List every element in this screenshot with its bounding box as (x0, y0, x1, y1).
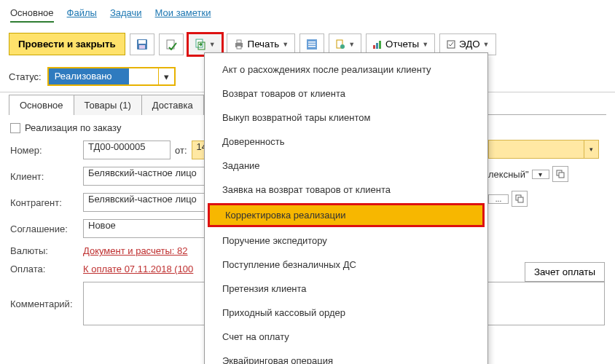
client-right: лексный" ▾ (488, 166, 568, 182)
svg-rect-20 (559, 173, 564, 178)
date-right-part[interactable]: ▾ (488, 140, 599, 159)
nav-files[interactable]: Файлы (67, 7, 97, 23)
svg-rect-15 (373, 45, 375, 49)
create-based-on-button[interactable]: ▼ (188, 33, 222, 55)
list-icon (307, 39, 317, 50)
kontr-right: ... (488, 191, 528, 207)
tab-goods[interactable]: Товары (1) (74, 95, 142, 115)
printer-icon (233, 39, 245, 50)
nav-notes[interactable]: Мои заметки (155, 7, 211, 23)
pay-label: Оплата: (10, 264, 76, 274)
val-label: Валюты: (10, 245, 76, 256)
files-button[interactable]: ▼ (329, 33, 361, 55)
print-label: Печать (248, 39, 280, 50)
svg-rect-22 (518, 197, 523, 202)
status-label: Статус: (9, 71, 42, 82)
menu-item[interactable]: Эквайринговая операция (205, 349, 487, 364)
list-button[interactable] (299, 33, 324, 55)
comment-label: Комментарий: (10, 298, 76, 309)
svg-rect-4 (196, 39, 203, 47)
reports-label: Отчеты (385, 39, 419, 50)
reports-button[interactable]: Отчеты ▼ (366, 33, 435, 55)
menu-item[interactable]: Претензия клиента (205, 277, 487, 301)
by-order-label: Реализация по заказу (25, 122, 121, 133)
menu-item[interactable]: Доверенность (205, 130, 487, 154)
edo-button[interactable]: ЭДО ▼ (439, 33, 495, 55)
client-field[interactable]: Белявский-частное лицо (83, 167, 207, 186)
post-and-close-button[interactable]: Провести и закрыть (9, 33, 125, 55)
nav-main[interactable]: Основное (10, 7, 54, 23)
menu-item[interactable]: Поручение экспедитору (205, 229, 487, 253)
menu-item[interactable]: Приходный кассовый ордер (205, 301, 487, 325)
floppy-icon (136, 39, 148, 50)
sogl-label: Соглашение: (10, 223, 76, 234)
print-button[interactable]: Печать ▼ (227, 33, 296, 55)
offset-payment-button[interactable]: Зачет оплаты (525, 262, 605, 282)
kontr-field[interactable]: Белявский-частное лицо (83, 193, 207, 212)
tab-delivery[interactable]: Доставка (141, 95, 204, 115)
post-icon (165, 39, 177, 50)
menu-item[interactable]: Акт о расхождениях после реализации клие… (205, 58, 487, 82)
menu-item[interactable]: Задание (205, 154, 487, 178)
chevron-down-icon[interactable]: ▾ (584, 141, 598, 158)
svg-rect-17 (379, 41, 381, 49)
svg-rect-16 (376, 43, 378, 49)
chart-icon (372, 39, 383, 50)
menu-item[interactable]: Выкуп возвратной тары клиентом (205, 106, 487, 130)
tab-main[interactable]: Основное (9, 95, 74, 115)
menu-item[interactable]: Поступление безналичных ДС (205, 253, 487, 277)
client-label: Клиент: (10, 171, 76, 182)
chevron-down-icon: ▼ (348, 41, 355, 48)
edo-label: ЭДО (459, 39, 480, 50)
chevron-down-icon: ▼ (282, 41, 289, 48)
status-select[interactable]: Реализовано ▾ (47, 67, 176, 86)
chevron-down-icon[interactable]: ▾ (158, 68, 174, 84)
client-dd-button[interactable]: ▾ (532, 170, 549, 179)
chevron-down-icon: ▼ (483, 41, 490, 48)
menu-item-correction[interactable]: Корректировка реализации (208, 203, 485, 227)
nav-tasks[interactable]: Задачи (110, 7, 142, 23)
open-icon[interactable] (552, 166, 568, 182)
kontr-ellipsis-button[interactable]: ... (488, 194, 509, 204)
menu-item[interactable]: Счет на оплату (205, 325, 487, 349)
top-nav: Основное Файлы Задачи Мои заметки (0, 0, 615, 27)
attach-icon (335, 39, 345, 50)
status-value: Реализовано (49, 68, 129, 84)
create-based-icon (195, 39, 206, 50)
svg-rect-11 (308, 44, 316, 45)
create-based-on-menu: Акт о расхождениях после реализации клие… (204, 52, 488, 364)
svg-point-14 (340, 44, 345, 49)
svg-rect-8 (237, 46, 241, 49)
post-button[interactable] (159, 33, 184, 55)
svg-rect-7 (237, 40, 241, 43)
svg-rect-1 (138, 40, 146, 44)
save-button[interactable] (130, 33, 154, 55)
number-label: Номер: (10, 145, 76, 156)
number-field[interactable]: ТД00-000005 (83, 141, 171, 159)
chevron-down-icon: ▼ (422, 41, 428, 48)
svg-rect-12 (308, 46, 316, 47)
menu-item[interactable]: Возврат товаров от клиента (205, 82, 487, 106)
svg-rect-10 (308, 41, 316, 43)
edo-icon (446, 39, 456, 50)
client-tail-text: лексный" (488, 169, 529, 180)
svg-rect-2 (139, 45, 145, 49)
by-order-checkbox[interactable] (10, 123, 20, 133)
open-icon[interactable] (512, 191, 528, 207)
menu-item[interactable]: Заявка на возврат товаров от клиента (205, 178, 487, 202)
from-label: от: (175, 145, 187, 156)
chevron-down-icon: ▼ (209, 41, 216, 48)
kontr-label: Контрагент: (10, 197, 76, 208)
sogl-field[interactable]: Новое (83, 219, 207, 238)
